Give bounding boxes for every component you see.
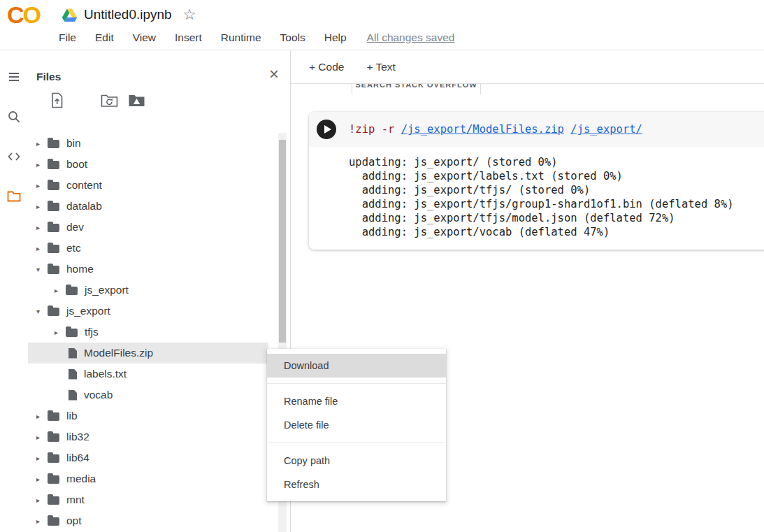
add-text-button[interactable]: + Text	[366, 61, 396, 73]
chevron-right-icon[interactable]: ▸	[36, 496, 46, 504]
code-path-link[interactable]: /js_export/ModelFiles.zip	[401, 123, 564, 136]
tree-item-opt[interactable]: ▸ opt	[28, 510, 268, 531]
menu-item-copy-path[interactable]: Copy path	[267, 449, 446, 473]
folder-icon	[48, 475, 59, 484]
run-cell-button[interactable]	[317, 120, 336, 139]
tree-item-content[interactable]: ▸ content	[28, 175, 268, 196]
chevron-right-icon[interactable]: ▸	[36, 203, 46, 210]
search-stack-overflow-button[interactable]: SEARCH STACK OVERFLOW	[352, 84, 481, 94]
files-icon[interactable]	[6, 189, 22, 204]
chevron-down-icon[interactable]: ▾	[36, 266, 46, 273]
chevron-right-icon[interactable]: ▸	[36, 454, 46, 462]
tree-item-label: tfjs	[85, 326, 99, 338]
colab-logo[interactable]: CO	[7, 1, 40, 29]
menu-edit[interactable]: Edit	[95, 31, 114, 44]
tree-item-label: opt	[66, 515, 82, 527]
folder-icon	[66, 287, 78, 295]
mount-drive-icon[interactable]	[127, 91, 146, 110]
tree-item-label: js_export	[85, 284, 129, 296]
menu-item-download[interactable]: Download	[267, 354, 446, 378]
code-cell: !zip -r /js_export/ModelFiles.zip /js_ex…	[309, 112, 764, 250]
menu-help[interactable]: Help	[324, 31, 347, 44]
notebook-toolbar: + Code + Text	[291, 50, 764, 84]
chevron-right-icon[interactable]: ▸	[36, 140, 46, 148]
chevron-right-icon[interactable]: ▸	[36, 161, 46, 168]
star-icon[interactable]: ☆	[183, 8, 196, 22]
chevron-right-icon[interactable]: ▸	[55, 287, 64, 294]
add-code-button[interactable]: + Code	[309, 61, 344, 73]
menubar: File Edit View Insert Runtime Tools Help…	[59, 29, 454, 47]
code-snippets-icon[interactable]	[6, 149, 22, 164]
menu-view[interactable]: View	[133, 31, 156, 44]
cell-code-line[interactable]: !zip -r /js_export/ModelFiles.zip /js_ex…	[349, 123, 642, 136]
tree-item-label: mnt	[66, 494, 85, 506]
output-line: adding: js_export/tfjs/ (stored 0%)	[349, 183, 764, 197]
files-toolbar	[48, 91, 146, 110]
tree-item-label: js_export	[66, 305, 110, 317]
tree-item-lib[interactable]: ▸ lib	[28, 405, 268, 426]
menu-runtime[interactable]: Runtime	[221, 31, 261, 44]
upload-file-icon[interactable]	[48, 91, 66, 110]
tree-item-label: datalab	[66, 200, 102, 213]
tree-item-label: vocab	[84, 389, 113, 401]
play-icon	[324, 125, 331, 134]
menu-tools[interactable]: Tools	[280, 31, 305, 44]
file-icon	[69, 390, 77, 401]
folder-icon	[48, 224, 59, 232]
notebook-title[interactable]: Untitled0.ipynb	[84, 7, 172, 22]
chevron-right-icon[interactable]: ▸	[55, 329, 64, 336]
folder-icon	[48, 412, 59, 421]
search-icon[interactable]	[6, 109, 22, 124]
scrollbar-thumb[interactable]	[279, 140, 286, 343]
refresh-folder-icon[interactable]	[100, 91, 119, 110]
menu-separator	[267, 383, 446, 384]
tree-item-datalab[interactable]: ▸ datalab	[28, 196, 268, 217]
menu-item-rename-file[interactable]: Rename file	[267, 389, 446, 413]
tree-item-media[interactable]: ▸ media	[28, 468, 268, 489]
save-status[interactable]: All changes saved	[367, 31, 455, 44]
menu-file[interactable]: File	[59, 31, 76, 44]
chevron-right-icon[interactable]: ▸	[36, 182, 46, 189]
tree-item-home[interactable]: ▾ home	[28, 259, 268, 280]
tree-item-lib32[interactable]: ▸ lib32	[28, 426, 268, 447]
tree-item-labels-txt[interactable]: labels.txt	[28, 364, 268, 384]
close-icon[interactable]: ×	[269, 66, 279, 82]
folder-icon	[48, 245, 59, 253]
chevron-right-icon[interactable]: ▸	[36, 224, 46, 231]
menu-item-delete-file[interactable]: Delete file	[267, 413, 446, 437]
app-header: CO Untitled0.ipynb ☆ File Edit View Inse…	[0, 0, 764, 50]
folder-icon	[48, 308, 59, 316]
tree-item-label: lib32	[66, 431, 89, 443]
tree-item-label: content	[66, 179, 102, 192]
menu-item-refresh[interactable]: Refresh	[267, 473, 446, 496]
chevron-right-icon[interactable]: ▸	[36, 475, 46, 483]
tree-item-vocab[interactable]: vocab	[28, 384, 268, 405]
output-line: updating: js_export/ (stored 0%)	[349, 155, 764, 169]
tree-item-js-export[interactable]: ▾ js_export	[28, 301, 268, 322]
folder-icon	[48, 517, 59, 526]
tree-item-js-export-nested[interactable]: ▸ js_export	[28, 280, 268, 301]
tree-item-mnt[interactable]: ▸ mnt	[28, 489, 268, 510]
tree-item-label: etc	[66, 242, 81, 254]
table-of-contents-icon[interactable]	[6, 69, 22, 85]
chevron-right-icon[interactable]: ▸	[36, 245, 46, 252]
tree-item-etc[interactable]: ▸ etc	[28, 238, 268, 259]
tree-item-tfjs[interactable]: ▸ tfjs	[28, 322, 268, 343]
tree-item-label: bin	[66, 137, 81, 150]
code-path-link[interactable]: /js_export/	[570, 123, 642, 136]
chevron-right-icon[interactable]: ▸	[36, 433, 46, 441]
tree-item-lib64[interactable]: ▸ lib64	[28, 447, 268, 468]
tree-item-boot[interactable]: ▸ boot	[28, 154, 268, 175]
tree-item-dev[interactable]: ▸ dev	[28, 217, 268, 238]
tree-item-bin[interactable]: ▸ bin	[28, 133, 268, 154]
google-drive-icon	[62, 8, 78, 22]
menu-insert[interactable]: Insert	[175, 31, 202, 44]
folder-icon	[48, 140, 59, 148]
tree-item-label: home	[66, 263, 94, 275]
chevron-right-icon[interactable]: ▸	[36, 517, 46, 525]
files-panel-title: Files	[36, 71, 61, 83]
chevron-down-icon[interactable]: ▾	[36, 308, 46, 315]
left-rail	[0, 50, 28, 532]
chevron-right-icon[interactable]: ▸	[36, 412, 46, 420]
tree-item-modelfiles-zip[interactable]: ModelFiles.zip	[28, 343, 268, 364]
